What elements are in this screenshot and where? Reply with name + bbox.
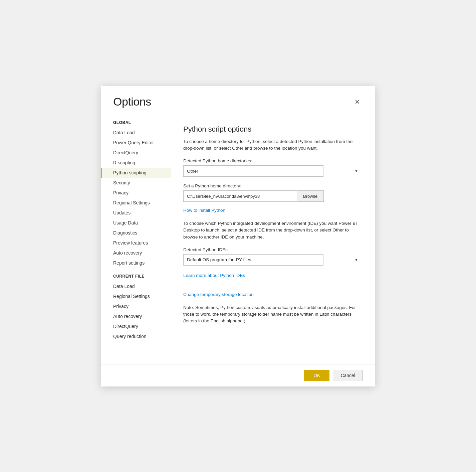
sidebar-item-updates[interactable]: Updates	[101, 208, 171, 218]
current-file-section-label: CURRENT FILE	[101, 268, 171, 281]
main-content: Python script options To choose a home d…	[171, 114, 375, 364]
home-directory-row: Browse	[183, 190, 362, 202]
sidebar-item-r-scripting[interactable]: R scripting	[101, 158, 171, 168]
sidebar-item-directquery-cf[interactable]: DirectQuery	[101, 321, 171, 331]
sidebar-item-privacy-cf[interactable]: Privacy	[101, 301, 171, 311]
detected-home-dropdown-wrapper: Other ▼	[183, 165, 362, 177]
sidebar-item-directquery[interactable]: DirectQuery	[101, 148, 171, 158]
ide-link[interactable]: Learn more about Python IDEs	[183, 273, 245, 278]
storage-link[interactable]: Change temporary storage location	[183, 292, 254, 297]
sidebar-item-security[interactable]: Security	[101, 178, 171, 188]
close-button[interactable]: ✕	[352, 97, 363, 107]
detected-home-dropdown[interactable]: Other	[183, 165, 323, 177]
home-directory-input[interactable]	[183, 190, 297, 202]
dialog-footer: OK Cancel	[101, 364, 375, 386]
options-dialog: Options ✕ GLOBAL Data Load Power Query E…	[101, 86, 375, 386]
dialog-body: GLOBAL Data Load Power Query Editor Dire…	[101, 114, 375, 364]
browse-button[interactable]: Browse	[297, 190, 324, 202]
sidebar-item-data-load-cf[interactable]: Data Load	[101, 281, 171, 291]
sidebar-item-usage-data[interactable]: Usage Data	[101, 218, 171, 228]
sidebar-item-diagnostics[interactable]: Diagnostics	[101, 228, 171, 238]
ide-dropdown-arrow-icon: ▼	[354, 258, 358, 262]
sidebar-item-auto-recovery-cf[interactable]: Auto recovery	[101, 311, 171, 321]
global-section-label: GLOBAL	[101, 114, 171, 128]
detected-ide-dropdown-wrapper: Default OS program for .PY files ▼	[183, 254, 362, 266]
detected-ide-label: Detected Python IDEs:	[183, 247, 362, 252]
sidebar-item-preview-features[interactable]: Preview features	[101, 238, 171, 248]
detected-ide-dropdown[interactable]: Default OS program for .PY files	[183, 254, 323, 266]
sidebar-item-query-reduction-cf[interactable]: Query reduction	[101, 331, 171, 341]
sidebar: GLOBAL Data Load Power Query Editor Dire…	[101, 114, 171, 364]
dropdown-arrow-icon: ▼	[354, 169, 358, 173]
ok-button[interactable]: OK	[304, 370, 329, 381]
install-python-link[interactable]: How to install Python	[183, 208, 225, 213]
sidebar-item-data-load[interactable]: Data Load	[101, 128, 171, 138]
description2: To choose which Python integrated develo…	[183, 220, 362, 241]
sidebar-item-auto-recovery-global[interactable]: Auto recovery	[101, 248, 171, 258]
description1: To choose a home directory for Python, s…	[183, 138, 362, 152]
sidebar-item-regional-settings-cf[interactable]: Regional Settings	[101, 291, 171, 301]
dialog-title: Options	[113, 95, 151, 108]
sidebar-item-python-scripting[interactable]: Python scripting	[101, 168, 171, 178]
set-home-label: Set a Python home directory:	[183, 183, 362, 188]
cancel-button[interactable]: Cancel	[333, 370, 363, 381]
detected-home-label: Detected Python home directories:	[183, 158, 362, 163]
storage-note: Note: Sometimes, Python custom visuals a…	[183, 304, 362, 325]
section-title: Python script options	[183, 125, 362, 134]
sidebar-item-privacy[interactable]: Privacy	[101, 188, 171, 198]
sidebar-item-regional-settings[interactable]: Regional Settings	[101, 198, 171, 208]
dialog-header: Options ✕	[101, 86, 375, 108]
sidebar-item-report-settings[interactable]: Report settings	[101, 258, 171, 268]
sidebar-item-power-query-editor[interactable]: Power Query Editor	[101, 138, 171, 148]
